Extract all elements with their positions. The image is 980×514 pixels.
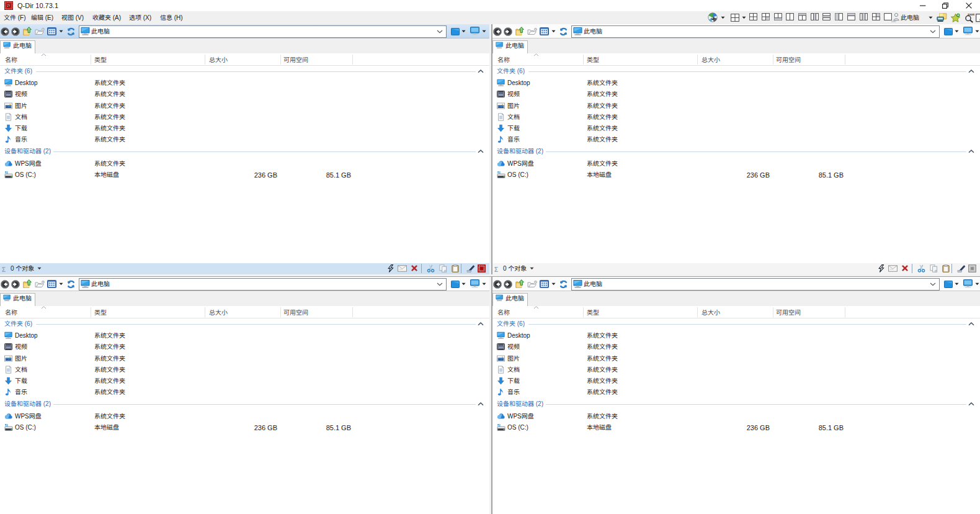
svg-text:inet: inet [891,20,896,23]
